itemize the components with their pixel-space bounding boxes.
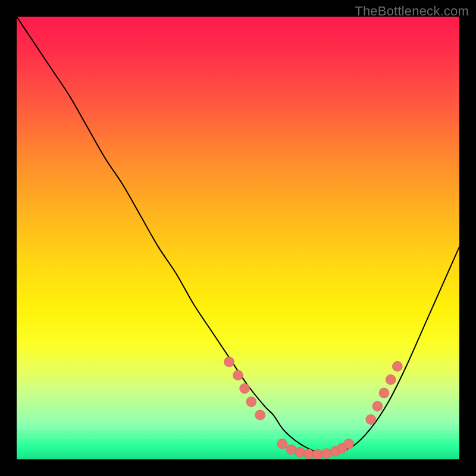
marker-dot	[312, 449, 322, 459]
marker-dot	[304, 449, 314, 459]
marker-dot	[295, 447, 305, 458]
marker-dot	[233, 370, 243, 380]
marker-dot	[277, 439, 287, 449]
marker-dot	[372, 401, 383, 411]
marker-dot	[392, 361, 402, 371]
marker-dot	[240, 383, 250, 393]
marker-dots	[224, 357, 403, 459]
marker-dot	[344, 439, 354, 449]
chart-frame: TheBottleneck.com	[0, 0, 476, 476]
bottleneck-curve	[17, 17, 459, 454]
marker-dot	[255, 410, 265, 420]
curve-svg	[17, 17, 459, 459]
marker-dot	[321, 449, 331, 459]
marker-dot	[379, 388, 389, 398]
marker-dot	[246, 397, 256, 407]
marker-dot	[386, 375, 396, 385]
marker-dot	[286, 444, 296, 455]
plot-area	[17, 17, 459, 459]
marker-dot	[366, 415, 376, 425]
marker-dot	[224, 357, 234, 367]
